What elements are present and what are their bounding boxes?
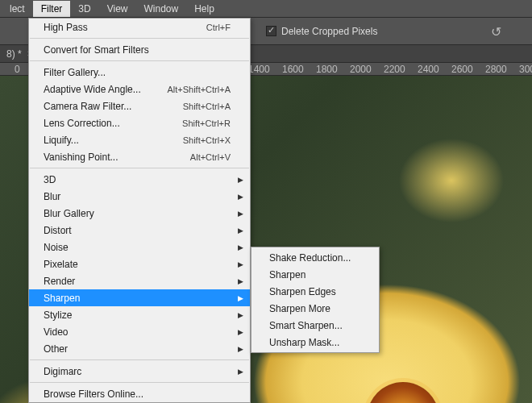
menu-shortcut: Alt+Ctrl+V	[190, 152, 231, 162]
ruler-tick: 2000	[350, 64, 372, 75]
menu-label: Liquify...	[44, 135, 79, 146]
menu-separator	[30, 60, 249, 61]
ruler-tick: 2800	[485, 64, 507, 75]
submenu-item-sharpen-edges[interactable]: Sharpen Edges	[251, 283, 379, 300]
menu-item-digimarc[interactable]: Digimarc ▶	[29, 363, 250, 380]
sharpen-submenu: Shake Reduction... Sharpen Sharpen Edges…	[251, 247, 380, 353]
menu-item-convert-smart[interactable]: Convert for Smart Filters	[29, 41, 250, 58]
menu-label: Shake Reduction...	[269, 252, 351, 264]
delete-cropped-option[interactable]: Delete Cropped Pixels	[266, 26, 377, 37]
menu-item-3d[interactable]: 3D ▶	[29, 171, 250, 188]
menu-label: Blur	[44, 191, 60, 202]
menu-item-high-pass[interactable]: High Pass Ctrl+F	[29, 19, 250, 35]
ruler-tick: 2600	[451, 64, 473, 75]
menu-label: Sharpen Edges	[269, 286, 336, 297]
menu-3d[interactable]: 3D	[70, 1, 98, 17]
menu-item-filter-gallery[interactable]: Filter Gallery...	[29, 64, 250, 81]
chevron-right-icon: ▶	[238, 368, 243, 376]
ruler-tick: 2200	[384, 64, 405, 75]
menu-item-vanishing-point[interactable]: Vanishing Point... Alt+Ctrl+V	[29, 148, 250, 165]
chevron-right-icon: ▶	[238, 260, 243, 268]
menu-label: Blur Gallery	[44, 208, 94, 219]
menu-item-adaptive-wide-angle[interactable]: Adaptive Wide Angle... Alt+Shift+Ctrl+A	[29, 81, 250, 98]
menu-separator	[30, 38, 249, 39]
menu-item-distort[interactable]: Distort ▶	[29, 222, 250, 239]
menu-label: Render	[44, 276, 75, 287]
menu-item-noise[interactable]: Noise ▶	[29, 239, 250, 256]
menu-item-lens-correction[interactable]: Lens Correction... Shift+Ctrl+R	[29, 114, 250, 131]
chevron-right-icon: ▶	[238, 277, 243, 285]
menu-label: Unsharp Mask...	[269, 337, 339, 348]
menu-label: Stylize	[44, 310, 72, 321]
document-tab-label: 8) *	[6, 48, 22, 60]
menu-separator	[30, 168, 249, 168]
menu-item-sharpen[interactable]: Sharpen ▶	[29, 289, 250, 306]
chevron-right-icon: ▶	[238, 311, 243, 319]
menu-label: Convert for Smart Filters	[44, 44, 149, 56]
submenu-item-unsharp-mask[interactable]: Unsharp Mask...	[251, 334, 379, 351]
menu-help[interactable]: Help	[186, 1, 222, 17]
menu-item-stylize[interactable]: Stylize ▶	[29, 306, 250, 323]
menu-label: Sharpen	[269, 269, 305, 280]
menu-label: High Pass	[44, 22, 88, 33]
menu-item-blur-gallery[interactable]: Blur Gallery ▶	[29, 205, 250, 222]
chevron-right-icon: ▶	[238, 243, 243, 251]
menu-separator	[30, 359, 249, 360]
checkbox-icon	[266, 26, 276, 36]
menu-shortcut: Alt+Shift+Ctrl+A	[167, 85, 231, 94]
menu-shortcut: Ctrl+F	[206, 23, 231, 32]
ruler-tick: 1800	[316, 64, 338, 75]
menu-label: Browse Filters Online...	[44, 388, 143, 400]
delete-cropped-label: Delete Cropped Pixels	[281, 26, 377, 37]
filter-dropdown: High Pass Ctrl+F Convert for Smart Filte…	[28, 18, 251, 403]
reset-icon[interactable]: ↺	[491, 24, 501, 39]
chevron-right-icon: ▶	[238, 345, 243, 353]
submenu-item-sharpen[interactable]: Sharpen	[251, 266, 379, 283]
menu-label: Sharpen More	[269, 303, 330, 314]
ruler-tick: 0	[15, 64, 20, 75]
chevron-right-icon: ▶	[238, 176, 243, 184]
ruler-tick: 3000	[519, 64, 532, 75]
submenu-item-smart-sharpen[interactable]: Smart Sharpen...	[251, 317, 379, 334]
menu-shortcut: Shift+Ctrl+A	[183, 102, 231, 111]
chevron-right-icon: ▶	[238, 226, 243, 235]
menubar: lect Filter 3D View Window Help	[0, 0, 532, 18]
menu-separator	[30, 382, 249, 383]
menu-item-pixelate[interactable]: Pixelate ▶	[29, 256, 250, 272]
chevron-right-icon: ▶	[238, 328, 243, 336]
submenu-item-sharpen-more[interactable]: Sharpen More	[251, 300, 379, 317]
menu-select[interactable]: lect	[2, 1, 33, 17]
menu-item-blur[interactable]: Blur ▶	[29, 188, 250, 205]
menu-label: Digimarc	[44, 366, 81, 377]
menu-label: 3D	[44, 174, 56, 185]
menu-view[interactable]: View	[99, 1, 136, 17]
menu-label: Camera Raw Filter...	[44, 101, 131, 112]
menu-item-other[interactable]: Other ▶	[29, 340, 250, 357]
ruler-tick: 1600	[282, 64, 304, 75]
menu-item-liquify[interactable]: Liquify... Shift+Ctrl+X	[29, 131, 250, 148]
menu-label: Adaptive Wide Angle...	[44, 84, 141, 95]
submenu-item-shake-reduction[interactable]: Shake Reduction...	[251, 249, 379, 266]
menu-label: Lens Correction...	[44, 118, 120, 129]
menu-item-video[interactable]: Video ▶	[29, 323, 250, 340]
menu-label: Video	[44, 326, 68, 338]
menu-window[interactable]: Window	[136, 1, 187, 17]
menu-label: Filter Gallery...	[44, 67, 106, 78]
chevron-right-icon: ▶	[238, 193, 243, 201]
menu-item-browse-online[interactable]: Browse Filters Online...	[29, 385, 250, 402]
menu-label: Noise	[44, 242, 69, 253]
menu-label: Vanishing Point...	[44, 152, 118, 163]
menu-label: Smart Sharpen...	[269, 320, 343, 331]
chevron-right-icon: ▶	[238, 210, 243, 218]
menu-label: Distort	[44, 225, 72, 236]
menu-filter[interactable]: Filter	[33, 1, 71, 17]
menu-label: Pixelate	[44, 259, 78, 270]
menu-shortcut: Shift+Ctrl+R	[182, 118, 231, 128]
menu-item-camera-raw[interactable]: Camera Raw Filter... Shift+Ctrl+A	[29, 98, 250, 114]
menu-label: Other	[44, 343, 68, 355]
menu-item-render[interactable]: Render ▶	[29, 272, 250, 289]
ruler-tick: 2400	[418, 64, 439, 75]
menu-label: Sharpen	[44, 293, 80, 304]
ruler-tick: 1400	[248, 64, 270, 75]
menu-shortcut: Shift+Ctrl+X	[183, 135, 231, 145]
